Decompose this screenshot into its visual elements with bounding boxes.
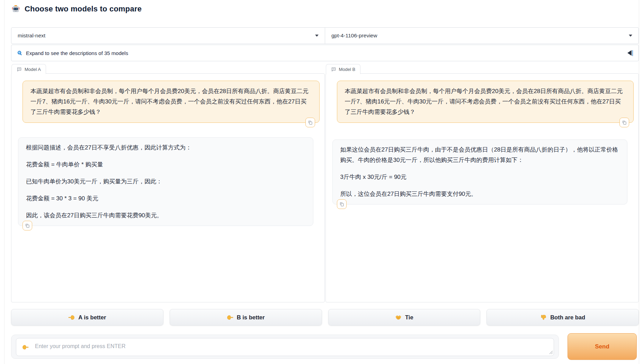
- vote-label: A is better: [78, 314, 106, 321]
- a-is-better-button[interactable]: A is better: [11, 309, 163, 326]
- chevron-down-icon: [315, 35, 319, 37]
- app-container: Choose two models to compare mistral-nex…: [4, 0, 639, 364]
- expander-label: Expand to see the descriptions of 35 mod…: [26, 50, 128, 56]
- model-b-select[interactable]: gpt-4-1106-preview: [325, 28, 638, 44]
- response-paragraph: 花费金额 = 牛肉单价 * 购买量: [26, 160, 305, 170]
- model-b-prompt-text: 本蔬菜超市有会员制和非会员制，每个用户每个月会员费20美元，会员在28日所有商品…: [345, 88, 623, 115]
- tie-button[interactable]: Tie: [328, 309, 481, 326]
- vote-button-row: A is better B is better Tie Both are bad: [11, 309, 639, 326]
- vote-label: Both are bad: [550, 314, 585, 321]
- point-left-icon: [68, 314, 75, 321]
- model-a-response: 根据问题描述，会员在27日不享受八折优惠，因此计算方式为： 花费金额 = 牛肉单…: [18, 137, 313, 226]
- response-paragraph: 3斤牛肉 x 30元/斤 = 90元: [340, 172, 620, 182]
- speech-bubble-icon: [17, 67, 22, 72]
- model-a-select[interactable]: mistral-next: [11, 28, 325, 44]
- copy-icon[interactable]: [337, 199, 347, 209]
- prompt-input-container: [11, 335, 559, 359]
- response-paragraph: 根据问题描述，会员在27日不享受八折优惠，因此计算方式为：: [26, 143, 305, 153]
- tab-model-a[interactable]: Model A: [11, 64, 46, 74]
- vote-label: B is better: [237, 314, 265, 321]
- thumbs-down-icon: [540, 314, 547, 321]
- vote-label: Tie: [405, 314, 413, 321]
- search-icon: [17, 50, 23, 56]
- model-b-value: gpt-4-1106-preview: [331, 33, 377, 39]
- response-paragraph: 花费金额 = 30 * 3 = 90 美元: [26, 193, 305, 204]
- composer-row: Send: [11, 333, 639, 360]
- model-b-response: 如果这位会员在27日购买三斤牛肉，由于不是会员优惠日（28日是所有商品八折的日子…: [332, 139, 628, 204]
- copy-icon[interactable]: [23, 221, 32, 230]
- model-b-panel: Model B 本蔬菜超市有会员制和非会员制，每个用户每个月会员费20美元，会员…: [325, 73, 639, 302]
- resize-grip-icon[interactable]: [549, 350, 553, 354]
- tab-model-b[interactable]: Model B: [326, 64, 361, 74]
- page-title: Choose two models to compare: [25, 4, 142, 13]
- robot-icon: [11, 4, 20, 13]
- chevron-down-icon: [629, 35, 632, 37]
- model-b-user-message: 本蔬菜超市有会员制和非会员制，每个用户每个月会员费20美元，会员在28日所有商品…: [337, 81, 634, 123]
- model-a-user-message: 本蔬菜超市有会员制和非会员制，每个用户每个月会员费20美元，会员在28日所有商品…: [23, 81, 320, 123]
- response-paragraph: 已知牛肉单价为30美元一斤，购买量为三斤，因此：: [26, 176, 305, 187]
- model-descriptions-expander[interactable]: Expand to see the descriptions of 35 mod…: [11, 45, 639, 61]
- copy-icon[interactable]: [619, 118, 629, 127]
- response-paragraph: 所以，这位会员在27日购买三斤牛肉需要支付90元。: [340, 189, 620, 199]
- collapse-left-icon[interactable]: [627, 50, 633, 56]
- tab-model-a-label: Model A: [25, 67, 41, 72]
- tab-model-b-label: Model B: [339, 67, 356, 72]
- both-are-bad-button[interactable]: Both are bad: [486, 309, 639, 326]
- response-paragraph: 如果这位会员在27日购买三斤牛肉，由于不是会员优惠日（28日是所有商品八折的日子…: [340, 145, 620, 165]
- model-a-prompt-text: 本蔬菜超市有会员制和非会员制，每个用户每个月会员费20美元，会员在28日所有商品…: [30, 88, 309, 115]
- point-right-icon: [227, 314, 233, 321]
- page-header: Choose two models to compare: [11, 4, 142, 13]
- prompt-input[interactable]: [16, 338, 554, 356]
- b-is-better-button[interactable]: B is better: [170, 309, 322, 326]
- comparison-panels: Model A 本蔬菜超市有会员制和非会员制，每个用户每个月会员费20美元，会员…: [11, 73, 639, 302]
- copy-icon[interactable]: [305, 118, 315, 127]
- model-a-value: mistral-next: [18, 33, 45, 39]
- model-selector-row: mistral-next gpt-4-1106-preview: [11, 27, 639, 44]
- handshake-icon: [395, 314, 402, 321]
- send-button[interactable]: Send: [568, 333, 637, 360]
- model-a-panel: Model A 本蔬菜超市有会员制和非会员制，每个用户每个月会员费20美元，会员…: [11, 73, 325, 302]
- response-paragraph: 因此，该会员在27日购买三斤牛肉需要花费90美元。: [26, 210, 305, 221]
- speech-bubble-icon: [331, 67, 336, 72]
